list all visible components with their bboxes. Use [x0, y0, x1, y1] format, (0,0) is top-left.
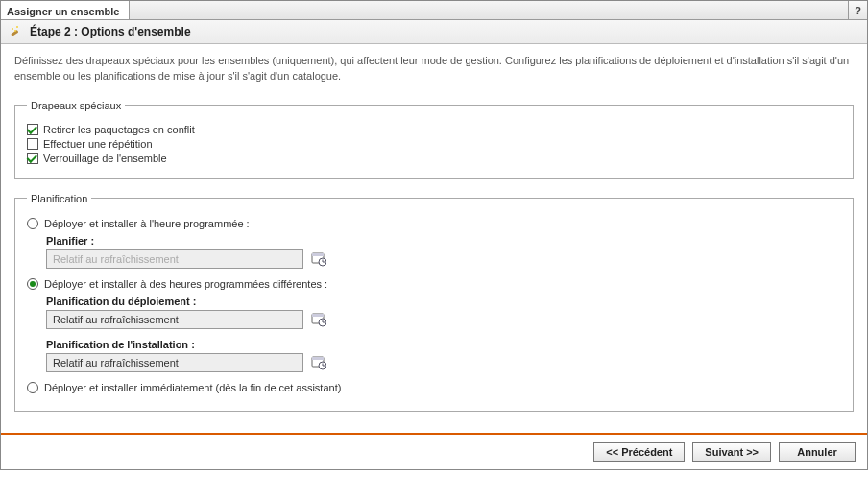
radio-label: Déployer et installer à l'heure programm…: [44, 218, 250, 229]
field-row: [46, 310, 841, 329]
radio-row: Déployer et installer à des heures progr…: [27, 278, 841, 290]
field-label: Planification de l'installation :: [46, 339, 841, 350]
checkbox-row: Verrouillage de l'ensemble: [27, 153, 841, 164]
calendar-icon[interactable]: [311, 312, 326, 327]
schedule-legend: Planification: [27, 193, 91, 204]
titlebar: Assigner un ensemble ?: [1, 1, 867, 20]
checkbox-label: Verrouillage de l'ensemble: [43, 153, 167, 164]
step-title: Étape 2 : Options d'ensemble: [30, 25, 191, 38]
checkbox-row: Retirer les paquetages en conflit: [27, 124, 841, 135]
radio-row: Déployer et installer immédiatement (dès…: [27, 382, 841, 393]
radio-row: Déployer et installer à l'heure programm…: [27, 218, 841, 229]
radio-label: Déployer et installer à des heures progr…: [44, 278, 327, 290]
field-label: Planification du déploiement :: [46, 296, 841, 307]
field-row: [46, 249, 841, 269]
dialog-window: Assigner un ensemble ? Étape 2 : Options…: [0, 0, 868, 470]
checkbox-label: Effectuer une répétition: [43, 138, 153, 150]
radio-label: Déployer et installer immédiatement (dès…: [44, 382, 341, 393]
wizard-step-icon: [9, 24, 24, 39]
svg-point-1: [12, 28, 13, 30]
window-title-tab: Assigner un ensemble: [1, 1, 130, 19]
deployment-schedule-input[interactable]: [46, 310, 303, 329]
cancel-button[interactable]: Annuler: [779, 442, 856, 462]
svg-point-3: [14, 30, 16, 32]
titlebar-spacer: [130, 1, 848, 19]
field-label: Planifier :: [46, 235, 841, 247]
flags-legend: Drapeaux spéciaux: [27, 100, 125, 111]
installation-schedule-input[interactable]: [46, 353, 303, 372]
checkbox-label: Retirer les paquetages en conflit: [43, 124, 195, 135]
flags-fieldset: Drapeaux spéciaux Retirer les paquetages…: [14, 100, 854, 179]
checkbox-remove-conflicts[interactable]: [27, 124, 38, 135]
checkbox-lock-bundle[interactable]: [27, 153, 38, 164]
calendar-icon[interactable]: [311, 251, 326, 267]
schedule-sub-different: Planification du déploiement :: [46, 296, 841, 372]
svg-rect-5: [312, 253, 324, 256]
radio-scheduled-same[interactable]: [27, 218, 38, 229]
svg-rect-10: [312, 314, 324, 317]
prev-button[interactable]: << Précédent: [593, 442, 685, 462]
next-button[interactable]: Suivant >>: [692, 442, 771, 462]
window-title: Assigner un ensemble: [7, 6, 119, 17]
dialog-body: Définissez des drapeaux spéciaux pour le…: [1, 44, 867, 433]
schedule-fieldset: Planification Déployer et installer à l'…: [14, 193, 854, 412]
step-header: Étape 2 : Options d'ensemble: [1, 20, 867, 44]
schedule-sub-same: Planifier :: [46, 235, 841, 269]
checkbox-repeat[interactable]: [27, 138, 38, 150]
svg-rect-15: [312, 357, 324, 360]
radio-immediate[interactable]: [27, 382, 38, 393]
checkbox-row: Effectuer une répétition: [27, 138, 841, 150]
intro-text: Définissez des drapeaux spéciaux pour le…: [14, 54, 854, 84]
help-button[interactable]: ?: [848, 1, 867, 19]
footer: << Précédent Suivant >> Annuler: [1, 435, 867, 469]
radio-scheduled-different[interactable]: [27, 278, 38, 290]
field-row: [46, 353, 841, 372]
schedule-input-plan[interactable]: [46, 249, 303, 269]
svg-point-2: [16, 26, 18, 28]
calendar-icon[interactable]: [311, 355, 326, 370]
